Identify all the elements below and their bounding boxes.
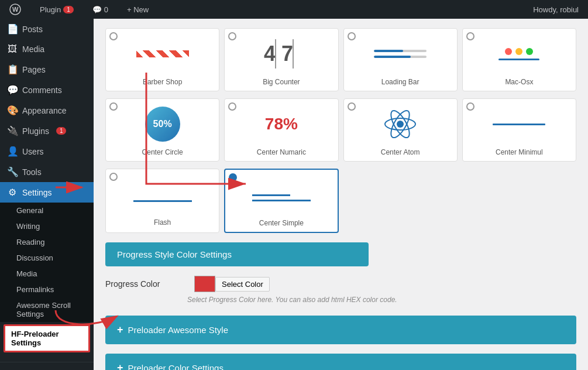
admin-bar-left: W Plugin 1 💬 0 + New — [5, 0, 153, 19]
preloader-grid-row2: 50% Center Circle 78% Center Numaric — [105, 98, 576, 162]
submenu-media[interactable]: Media — [0, 266, 94, 282]
comment-item[interactable]: 💬 0 — [88, 0, 113, 19]
simple-label: Center Simple — [259, 219, 304, 227]
comments-icon: 💬 — [7, 84, 18, 95]
sidebar-item-plugins[interactable]: 🔌 Plugins 1 — [0, 121, 94, 141]
accordion-preloader-color[interactable]: + Preloader Color Settings — [105, 354, 576, 370]
circle-visual: 50% — [145, 107, 180, 142]
update-count: 1 — [63, 6, 74, 13]
radio-macosx[interactable] — [466, 32, 474, 40]
sidebar-item-pages[interactable]: 📋 Pages — [0, 59, 94, 80]
media-icon: 🖼 — [7, 44, 18, 54]
svg-point-6 — [397, 121, 404, 128]
circle-label: Center Circle — [142, 148, 183, 156]
minimul-preview — [484, 104, 554, 145]
sidebar-item-tools[interactable]: 🔧 Tools — [0, 162, 94, 182]
radio-bigcounter[interactable] — [228, 32, 236, 40]
plugin-label: Plugin — [40, 5, 61, 14]
hf-preloader-container: HF-Preloader Settings — [0, 322, 94, 355]
atom-label: Center Atom — [381, 148, 420, 156]
accordion-color-label: Preloader Color Settings — [128, 363, 223, 370]
numeric-visual: 78% — [265, 115, 298, 133]
radio-simple[interactable] — [229, 173, 237, 181]
radio-minimul[interactable] — [466, 102, 474, 111]
collapse-menu[interactable]: ◀ Collapse menu — [0, 362, 94, 370]
minimul-label: Center Minimul — [496, 148, 543, 156]
color-hint: Select Progress Color here. You can also… — [187, 296, 576, 304]
plus-icon-1: + — [117, 324, 123, 336]
atom-visual — [383, 107, 418, 142]
preloader-card-numeric[interactable]: 78% Center Numaric — [224, 98, 338, 162]
comment-icon: 💬 — [92, 5, 102, 14]
preloader-card-atom[interactable]: Center Atom — [343, 98, 458, 162]
accordion-preloader-awesome[interactable]: + Preloader Awesome Style — [105, 316, 576, 344]
sidebar-item-posts[interactable]: 📄 Posts — [0, 19, 94, 39]
sidebar-item-comments[interactable]: 💬 Comments — [0, 80, 94, 100]
preloader-card-simple[interactable]: Center Simple — [224, 169, 338, 233]
sidebar: 📄 Posts 🖼 Media 📋 Pages 💬 Comments 🎨 App… — [0, 0, 94, 370]
media-label: Media — [22, 44, 44, 54]
submenu-discussion[interactable]: Discussion — [0, 250, 94, 266]
macosx-preview — [484, 33, 554, 74]
circle-preview-wrap: 50% — [128, 104, 198, 145]
radio-loading[interactable] — [348, 32, 356, 40]
content-area: Barber Shop 4 7 Big Counter — [94, 19, 588, 370]
appearance-label: Appearance — [22, 106, 67, 115]
progress-style-btn[interactable]: Progress Style Color Settings — [105, 242, 369, 266]
sidebar-item-media[interactable]: 🖼 Media — [0, 39, 94, 59]
preloader-card-loading[interactable]: Loading Bar — [343, 28, 458, 91]
preloader-card-circle[interactable]: 50% Center Circle — [105, 98, 219, 162]
hf-preloader-settings[interactable]: HF-Preloader Settings — [4, 324, 90, 352]
submenu-reading[interactable]: Reading — [0, 234, 94, 250]
comments-label: Comments — [22, 85, 62, 95]
tools-icon: 🔧 — [7, 166, 18, 177]
sidebar-menu: 📄 Posts 🖼 Media 📋 Pages 💬 Comments 🎨 App… — [0, 19, 94, 203]
radio-atom[interactable] — [348, 102, 356, 111]
pages-icon: 📋 — [7, 64, 18, 75]
submenu-awesome-scroll[interactable]: Awesome Scroll Settings — [0, 297, 94, 322]
preloader-card-bigcounter[interactable]: 4 7 Big Counter — [224, 28, 338, 91]
new-item[interactable]: + New — [122, 0, 153, 19]
accordion-awesome-label: Preloader Awesome Style — [128, 325, 228, 335]
admin-bar: W Plugin 1 💬 0 + New Howdy, robiul — [0, 0, 588, 19]
settings-label: Settings — [22, 188, 52, 197]
users-icon: 👤 — [7, 146, 18, 157]
plugin-item[interactable]: Plugin 1 — [35, 0, 78, 19]
radio-numeric[interactable] — [228, 102, 236, 111]
submenu-writing[interactable]: Writing — [0, 218, 94, 234]
radio-barber[interactable] — [109, 32, 118, 40]
awesome-scroll-label: Awesome Scroll Settings — [16, 301, 71, 318]
tools-label: Tools — [22, 167, 42, 177]
submenu-permalinks[interactable]: Permalinks — [0, 282, 94, 297]
barber-label: Barber Shop — [143, 78, 182, 86]
hf-preloader-label: HF-Preloader Settings — [11, 330, 59, 347]
wp-logo-item[interactable]: W — [5, 0, 26, 19]
progress-section: Progress Style Color Settings Progress C… — [105, 242, 576, 304]
submenu-general[interactable]: General — [0, 203, 94, 218]
preloader-card-barber[interactable]: Barber Shop — [105, 28, 219, 91]
radio-flash[interactable] — [109, 173, 118, 181]
color-swatch[interactable] — [194, 276, 215, 292]
sidebar-item-appearance[interactable]: 🎨 Appearance — [0, 100, 94, 121]
preloader-card-flash[interactable]: Flash — [105, 169, 219, 233]
preloader-card-macosx[interactable]: Mac-Osx — [462, 28, 576, 91]
preloader-card-minimul[interactable]: Center Minimul — [462, 98, 576, 162]
radio-circle[interactable] — [109, 102, 118, 111]
svg-text:4: 4 — [264, 42, 276, 66]
howdy-text: Howdy, robiul — [528, 5, 583, 14]
general-label: General — [16, 206, 43, 215]
select-color-btn[interactable]: Select Color — [215, 277, 270, 292]
writing-label: Writing — [16, 222, 40, 231]
preloader-grid-row3: Flash Center Simple — [105, 169, 576, 233]
empty-cell-2 — [462, 169, 576, 233]
sidebar-item-users[interactable]: 👤 Users — [0, 141, 94, 162]
plugins-label: Plugins — [22, 126, 49, 136]
barber-visual — [136, 50, 189, 57]
empty-cell-1 — [343, 169, 458, 233]
new-label: + New — [127, 5, 149, 14]
bigcounter-preview: 4 7 — [246, 33, 317, 74]
macosx-label: Mac-Osx — [505, 78, 533, 86]
sidebar-item-settings[interactable]: ⚙ Settings — [0, 182, 94, 203]
flash-label: Flash — [154, 218, 171, 227]
posts-icon: 📄 — [7, 23, 18, 35]
